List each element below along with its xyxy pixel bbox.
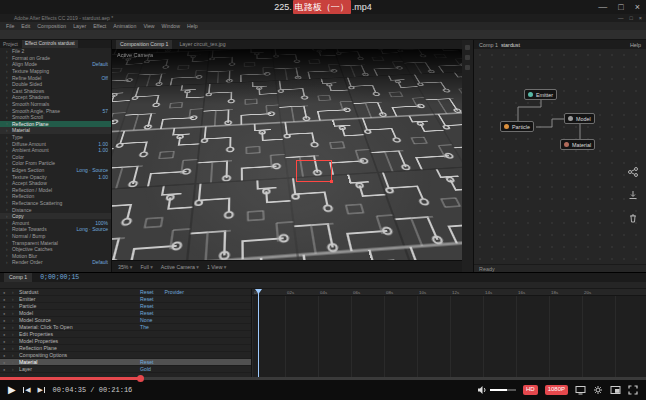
volume-control[interactable] [477, 385, 516, 395]
twirl-icon[interactable]: › [12, 360, 16, 365]
viewport-option[interactable]: 1 View [207, 264, 227, 270]
video-content[interactable]: Adobe After Effects CC 2019 - stardust.a… [0, 14, 646, 377]
quality-badge[interactable]: HD [523, 385, 538, 394]
timeline-tab[interactable]: Comp 1 [4, 273, 32, 282]
timeline-row[interactable]: ● › Model Source None [0, 317, 251, 324]
close-button[interactable]: × [635, 2, 640, 12]
node-model[interactable]: Model [564, 113, 595, 124]
visibility-icon[interactable]: ● [3, 346, 9, 351]
timeline-row[interactable]: ● › Model Properties [0, 338, 251, 345]
twirl-icon[interactable]: › [12, 290, 16, 295]
composition-tabs: Composition Comp 1 Layer circuit_tex.jpg [112, 40, 462, 49]
title-prefix: 225. [274, 0, 292, 14]
twirl-icon[interactable]: › [12, 367, 16, 372]
twirl-icon[interactable]: › [12, 318, 16, 323]
layer-list: ● › Stardust Reset Provider ● › Emitter … [0, 289, 252, 377]
node-particle[interactable]: Particle [500, 121, 534, 132]
layer-value[interactable]: The [140, 324, 149, 330]
timeline-row[interactable]: ● › Compositing Options [0, 352, 251, 359]
visibility-icon[interactable]: ● [3, 353, 9, 358]
node-graph-canvas[interactable]: Emitter Particle Model Material [474, 49, 646, 264]
property-row: › Align Mode Default [0, 61, 111, 68]
property-label: Accept Shadows [12, 94, 49, 100]
layer-value[interactable]: Gold [140, 366, 151, 372]
ae-titlebar: Adobe After Effects CC 2019 - stardust.a… [0, 14, 646, 22]
volume-icon[interactable] [477, 385, 487, 395]
twirl-icon[interactable]: › [12, 339, 16, 344]
cast-icon[interactable] [575, 385, 586, 395]
visibility-icon[interactable]: ● [3, 332, 9, 337]
property-label: Material [12, 127, 30, 133]
selection-rectangle[interactable] [296, 160, 332, 182]
property-row: › Color From Particle [0, 160, 111, 167]
minimize-button[interactable]: — [598, 2, 607, 12]
layer-value[interactable]: Reset [140, 359, 154, 365]
layer-value[interactable]: Reset [140, 296, 154, 302]
twirl-icon[interactable]: › [12, 346, 16, 351]
visibility-icon[interactable]: ● [3, 325, 9, 330]
pip-icon[interactable] [610, 385, 621, 395]
timeline-row[interactable]: ● › Reflection Plane [0, 345, 251, 352]
layer-name: Compositing Options [19, 352, 137, 358]
composition-viewport[interactable]: Active Camera [112, 49, 462, 260]
visibility-icon[interactable]: ● [3, 367, 9, 372]
menu-item: Animation [113, 23, 136, 29]
layer-value[interactable]: Reset [140, 310, 154, 316]
twirl-icon[interactable]: › [12, 304, 16, 309]
twirl-icon: › [6, 62, 10, 67]
trash-icon[interactable] [628, 213, 638, 223]
download-icon[interactable] [628, 190, 638, 200]
timeline-row[interactable]: ● › Material: Click To Open The [0, 324, 251, 331]
twirl-icon[interactable]: › [12, 325, 16, 330]
timeline-row[interactable]: ● › Edit Properties [0, 331, 251, 338]
timeline-row[interactable]: ● › Model Reset [0, 310, 251, 317]
previous-button[interactable]: ◀ [23, 386, 31, 394]
node-label: Model [576, 116, 591, 122]
volume-slider[interactable] [490, 389, 516, 391]
twirl-icon[interactable]: › [12, 297, 16, 302]
timeline-row[interactable]: ● › Layer Gold [0, 366, 251, 373]
visibility-icon[interactable]: ● [3, 297, 9, 302]
play-button[interactable]: ▶ [8, 385, 16, 395]
visibility-icon[interactable]: ● [3, 339, 9, 344]
fullscreen-icon[interactable] [628, 385, 638, 395]
layer-value[interactable]: None [140, 317, 152, 323]
tab-layer: Layer circuit_tex.jpg [175, 40, 229, 49]
viewport-option[interactable]: Active Camera [161, 264, 199, 270]
node-emitter[interactable]: Emitter [524, 89, 557, 100]
visibility-icon[interactable]: ● [3, 318, 9, 323]
visibility-icon[interactable]: ● [3, 311, 9, 316]
help-link[interactable]: Help [630, 42, 641, 48]
twirl-icon[interactable]: › [12, 353, 16, 358]
property-label: Format on Grade [12, 55, 50, 61]
playhead[interactable] [258, 289, 259, 377]
settings-gear-icon[interactable] [593, 385, 603, 395]
twirl-icon[interactable]: › [12, 311, 16, 316]
property-label: Accept Shadow [12, 180, 47, 186]
ae-window-button: □ [629, 14, 632, 22]
layer-value[interactable]: Reset [140, 289, 154, 295]
next-button[interactable]: ▶ [38, 386, 46, 394]
node-label: Emitter [536, 92, 553, 98]
visibility-icon[interactable]: ● [3, 290, 9, 295]
property-row: › Double Sided [0, 81, 111, 88]
timeline-row[interactable]: ● › Particle Reset [0, 303, 251, 310]
layer-value-extra[interactable]: Provider [165, 289, 184, 295]
visibility-icon[interactable]: ● [3, 304, 9, 309]
node-material[interactable]: Material [560, 139, 595, 150]
viewport-option[interactable]: Full [140, 264, 152, 270]
maximize-button[interactable]: □ [618, 2, 623, 12]
resolution-badge[interactable]: 1080P [545, 385, 568, 394]
twirl-icon[interactable]: › [12, 332, 16, 337]
timeline-row[interactable]: ● › Stardust Reset Provider [0, 289, 251, 296]
property-row: › Smooth Normals [0, 101, 111, 108]
visibility-icon[interactable]: ● [3, 360, 9, 365]
timeline-row[interactable]: ● › Emitter Reset [0, 296, 251, 303]
timeline-track-area[interactable]: 0s02s04s06s08s10s12s14s16s18s20s [252, 289, 646, 377]
current-timecode[interactable]: 0;00;00;15 [40, 274, 79, 281]
menu-item: View [143, 23, 154, 29]
share-nodes-icon[interactable] [628, 167, 638, 177]
viewport-option[interactable]: 35% [118, 264, 132, 270]
layer-value[interactable]: Reset [140, 303, 154, 309]
timeline-row[interactable]: ● › Material Reset [0, 359, 251, 366]
